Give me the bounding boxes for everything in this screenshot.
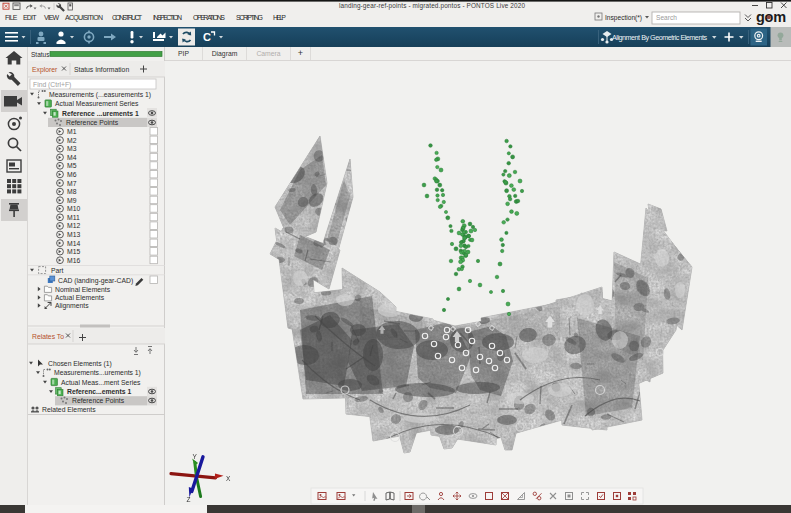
svg-text:ACQUISITION: ACQUISITION xyxy=(65,14,103,22)
svg-text:Search: Search xyxy=(656,14,677,21)
svg-text:Explorer: Explorer xyxy=(32,66,58,74)
svg-text:Status: Status xyxy=(31,51,50,58)
svg-text:Z: Z xyxy=(187,496,191,503)
svg-text:M12: M12 xyxy=(67,222,80,229)
svg-text:Inspection(*): Inspection(*) xyxy=(605,14,642,22)
svg-text:CONSTRUCT: CONSTRUCT xyxy=(112,14,143,21)
svg-text:OPERATIONS: OPERATIONS xyxy=(193,14,225,21)
svg-text:Related Elements: Related Elements xyxy=(42,406,96,413)
svg-text:M7: M7 xyxy=(67,180,77,187)
svg-text:Status Information: Status Information xyxy=(74,66,129,73)
svg-text:M10: M10 xyxy=(67,205,80,212)
svg-text:M9: M9 xyxy=(67,197,77,204)
svg-text:Chosen Elements (1): Chosen Elements (1) xyxy=(48,360,112,368)
svg-text:M14: M14 xyxy=(67,240,80,247)
svg-text:VIEW: VIEW xyxy=(44,14,59,21)
svg-text:SCRIPTING: SCRIPTING xyxy=(236,14,263,21)
svg-text:M6: M6 xyxy=(67,171,77,178)
svg-text:Nominal Elements: Nominal Elements xyxy=(55,286,111,293)
svg-text:Alignment By Geometric Element: Alignment By Geometric Elements xyxy=(612,33,707,42)
svg-text:M8: M8 xyxy=(67,188,77,195)
svg-text:HELP: HELP xyxy=(273,14,286,21)
svg-text:Find (Ctrl+F): Find (Ctrl+F) xyxy=(33,81,71,89)
svg-text:Relates To: Relates To xyxy=(32,333,64,340)
svg-text:Reference Points: Reference Points xyxy=(72,397,125,404)
svg-text:M3: M3 xyxy=(67,145,77,152)
svg-text:FILE: FILE xyxy=(5,14,18,21)
svg-text:Actual Measurement Series: Actual Measurement Series xyxy=(55,100,139,107)
svg-text:X: X xyxy=(226,475,231,482)
svg-text:Y: Y xyxy=(193,453,198,460)
svg-text:M11: M11 xyxy=(67,214,80,221)
svg-text:INSPECTION: INSPECTION xyxy=(153,14,182,21)
svg-text:M4: M4 xyxy=(67,154,77,161)
svg-text:EDIT: EDIT xyxy=(23,14,37,21)
svg-text:landing-gear-ref-points - migr: landing-gear-ref-points - migrated.ponto… xyxy=(339,2,525,10)
svg-text:Measurements...urements 1): Measurements...urements 1) xyxy=(54,369,141,377)
svg-text:M13: M13 xyxy=(67,231,80,238)
svg-text:M16: M16 xyxy=(67,257,80,264)
svg-text:Actual Meas...ment Series: Actual Meas...ment Series xyxy=(61,379,141,386)
svg-text:CAD (landing-gear-CAD): CAD (landing-gear-CAD) xyxy=(58,277,133,285)
svg-text:Reference ...urements 1: Reference ...urements 1 xyxy=(62,110,139,117)
svg-text:M5: M5 xyxy=(67,162,77,169)
svg-text:Alignments: Alignments xyxy=(55,302,89,310)
svg-text:Reference Points: Reference Points xyxy=(66,119,119,126)
svg-text:Measurements (...easurements 1: Measurements (...easurements 1) xyxy=(49,91,151,99)
svg-text:Referenc...ements 1: Referenc...ements 1 xyxy=(67,388,131,395)
svg-text:M2: M2 xyxy=(67,137,77,144)
svg-text:Part: Part xyxy=(51,267,64,274)
svg-text:g: g xyxy=(756,9,764,25)
svg-text:M15: M15 xyxy=(67,248,80,255)
svg-text:Actual Elements: Actual Elements xyxy=(55,294,105,301)
svg-text:M1: M1 xyxy=(67,128,77,135)
svg-text:C: C xyxy=(203,31,211,43)
